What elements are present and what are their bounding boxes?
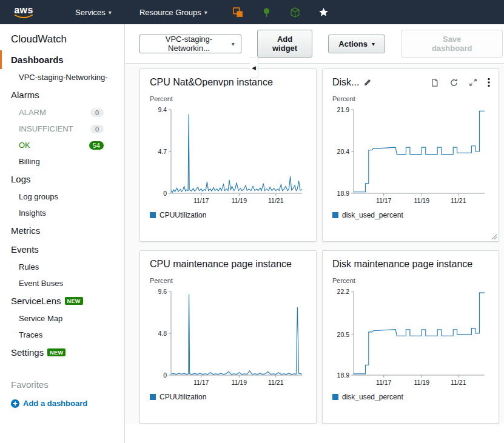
chart-legend: disk_used_percent <box>323 390 499 404</box>
svg-text:11/19: 11/19 <box>414 197 430 204</box>
cpu-utilization-chart[interactable]: 9.44.7011/1711/1911/21 <box>146 104 311 208</box>
legend-label[interactable]: disk_used_percent <box>342 211 403 219</box>
service-shortcut-stack-icon[interactable] <box>233 7 243 18</box>
resize-grip[interactable] <box>491 233 497 240</box>
ok-count-badge: 54 <box>89 141 104 150</box>
chart-legend: CPUUtilization <box>140 390 316 404</box>
svg-text:21.9: 21.9 <box>337 106 350 113</box>
widget-disk-maintenance[interactable]: Disk maintenance page instance Percent 2… <box>322 250 499 424</box>
service-shortcut-beanstalk-icon[interactable] <box>261 7 272 18</box>
svg-text:11/21: 11/21 <box>451 379 466 386</box>
svg-text:9.6: 9.6 <box>158 288 167 295</box>
sidebar-item-servicelens[interactable]: ServiceLens NEW <box>0 291 124 310</box>
chevron-down-icon: ▾ <box>232 41 235 47</box>
top-navigation-bar: aws Services ▾ Resource Groups ▾ <box>0 0 504 24</box>
sidebar-item-events[interactable]: Events <box>0 240 124 259</box>
legend-swatch <box>150 394 156 400</box>
add-dashboard-link[interactable]: Add a dashboard <box>0 394 124 413</box>
widget-grid: CPU Nat&Openvpn instance Percent 9.44.70… <box>125 64 504 424</box>
widget-disk[interactable]: Disk... <box>322 68 499 242</box>
resource-groups-menu[interactable]: Resource Groups ▾ <box>139 8 207 17</box>
insufficient-count-badge: 0 <box>90 125 104 133</box>
chart-legend: disk_used_percent <box>323 208 499 222</box>
legend-swatch <box>332 394 338 400</box>
chart-legend: CPUUtilization <box>140 208 316 222</box>
svg-text:18.9: 18.9 <box>337 190 350 197</box>
svg-text:11/21: 11/21 <box>451 197 466 204</box>
svg-text:11/19: 11/19 <box>232 379 247 386</box>
cpu-utilization-chart[interactable]: 9.64.8011/1711/1911/21 <box>146 285 311 390</box>
svg-text:0: 0 <box>163 371 167 379</box>
sidebar-item-alarms[interactable]: Alarms <box>0 85 124 104</box>
sidebar-item-settings[interactable]: Settings NEW <box>0 343 124 362</box>
legend-swatch <box>150 212 156 218</box>
expand-fullscreen-icon[interactable] <box>469 78 477 87</box>
sidebar-item-log-groups[interactable]: Log groups <box>0 188 124 205</box>
sidebar-favorites-heading: Favorites <box>0 375 124 394</box>
svg-text:11/19: 11/19 <box>232 197 247 204</box>
svg-text:20.4: 20.4 <box>337 148 350 155</box>
main-content: ◀ VPC-staging-Networkin... ▾ Add widget … <box>125 24 504 443</box>
y-axis-unit-label: Percent <box>140 271 316 285</box>
y-axis-unit-label: Percent <box>323 271 499 285</box>
services-menu[interactable]: Services ▾ <box>75 8 112 17</box>
plus-circle-icon <box>11 399 19 408</box>
aws-logo[interactable]: aws <box>0 6 47 19</box>
svg-text:11/17: 11/17 <box>376 197 392 204</box>
service-shortcut-cube-icon[interactable] <box>290 7 300 18</box>
widget-title: CPU Nat&Openvpn instance <box>150 77 273 88</box>
sidebar-item-insights[interactable]: Insights <box>0 205 124 221</box>
new-badge: NEW <box>47 348 66 356</box>
chevron-down-icon: ▾ <box>204 9 207 16</box>
widget-title: CPU maintenance page instance <box>150 259 292 270</box>
sidebar-item-traces[interactable]: Traces <box>0 327 124 343</box>
sidebar-item-rules[interactable]: Rules <box>0 259 124 275</box>
svg-text:9.4: 9.4 <box>158 106 167 113</box>
sidebar-item-service-map[interactable]: Service Map <box>0 310 124 327</box>
pin-star-icon[interactable] <box>318 7 329 18</box>
y-axis-unit-label: Percent <box>140 89 316 104</box>
edit-title-pencil-icon[interactable] <box>363 78 372 87</box>
sidebar-item-dashboards[interactable]: Dashboards <box>0 50 124 69</box>
y-axis-unit-label: Percent <box>323 89 499 104</box>
alarm-count-badge: 0 <box>90 108 104 117</box>
svg-text:20.5: 20.5 <box>337 331 350 338</box>
sidebar-item-alarm-state[interactable]: ALARM 0 <box>0 104 124 121</box>
widget-cpu-maintenance[interactable]: CPU maintenance page instance Percent 9.… <box>139 250 317 424</box>
svg-text:0: 0 <box>163 190 167 197</box>
widget-cpu-nat-openvpn[interactable]: CPU Nat&Openvpn instance Percent 9.44.70… <box>139 68 317 242</box>
svg-text:4.7: 4.7 <box>158 148 167 155</box>
disk-used-percent-chart[interactable]: 22.220.518.911/1711/1911/21 <box>328 285 493 390</box>
refresh-icon[interactable] <box>449 78 459 87</box>
legend-label[interactable]: CPUUtilization <box>160 393 206 401</box>
save-dashboard-button[interactable]: Save dashboard <box>401 30 503 58</box>
sidebar-item-billing[interactable]: Billing <box>0 153 124 170</box>
sidebar-item-vpc-staging-dashboard[interactable]: VPC-staging-Networking- <box>0 69 124 85</box>
sidebar-item-event-buses[interactable]: Event Buses <box>0 275 124 291</box>
svg-text:11/19: 11/19 <box>414 379 430 386</box>
sidebar-title-cloudwatch[interactable]: CloudWatch <box>0 24 124 50</box>
chevron-down-icon: ▾ <box>372 41 375 47</box>
aws-logo-text: aws <box>14 6 33 15</box>
cloudwatch-sidebar: CloudWatch Dashboards VPC-staging-Networ… <box>0 24 125 443</box>
sidebar-item-logs[interactable]: Logs <box>0 170 124 188</box>
legend-label[interactable]: CPUUtilization <box>160 211 206 219</box>
sidebar-item-ok-state[interactable]: OK 54 <box>0 137 124 153</box>
disk-used-percent-chart[interactable]: 21.920.418.911/1711/1911/21 <box>328 104 493 208</box>
sidebar-item-insufficient-state[interactable]: INSUFFICIENT 0 <box>0 121 124 137</box>
svg-text:11/17: 11/17 <box>193 197 209 204</box>
svg-text:4.8: 4.8 <box>158 330 167 337</box>
export-document-icon[interactable] <box>431 78 439 87</box>
actions-button[interactable]: Actions ▾ <box>328 35 385 53</box>
dashboard-selector[interactable]: VPC-staging-Networkin... ▾ <box>139 35 241 53</box>
add-widget-button[interactable]: Add widget <box>257 30 312 58</box>
sidebar-item-metrics[interactable]: Metrics <box>0 221 124 240</box>
widget-title: Disk... <box>332 77 359 88</box>
widget-title: Disk maintenance page instance <box>332 259 472 270</box>
sidebar-collapse-handle[interactable]: ◀ <box>250 58 258 78</box>
legend-label[interactable]: disk_used_percent <box>342 393 403 401</box>
svg-text:22.2: 22.2 <box>337 288 350 295</box>
svg-text:18.9: 18.9 <box>337 371 350 379</box>
legend-swatch <box>332 212 338 218</box>
kebab-menu-icon[interactable] <box>488 78 490 87</box>
